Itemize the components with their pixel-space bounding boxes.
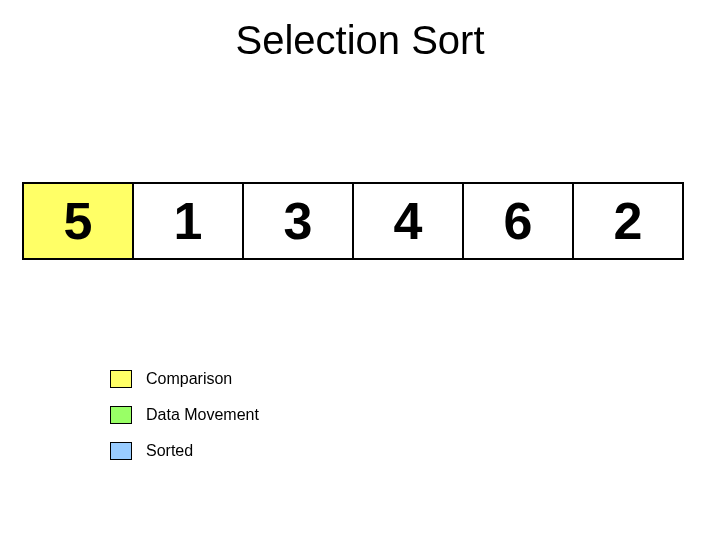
array-cell: 6 (462, 182, 574, 260)
array-cell: 1 (132, 182, 244, 260)
array-cell: 5 (22, 182, 134, 260)
legend-label: Comparison (146, 370, 232, 388)
page-title: Selection Sort (0, 18, 720, 63)
legend-label: Sorted (146, 442, 193, 460)
legend-item: Sorted (110, 442, 259, 460)
legend-item: Data Movement (110, 406, 259, 424)
array-cell: 4 (352, 182, 464, 260)
legend-label: Data Movement (146, 406, 259, 424)
legend-swatch-comparison (110, 370, 132, 388)
array-cell: 3 (242, 182, 354, 260)
array-row: 5 1 3 4 6 2 (22, 182, 684, 260)
legend-swatch-sorted (110, 442, 132, 460)
array-cell: 2 (572, 182, 684, 260)
legend-item: Comparison (110, 370, 259, 388)
legend: Comparison Data Movement Sorted (110, 370, 259, 478)
legend-swatch-data-movement (110, 406, 132, 424)
